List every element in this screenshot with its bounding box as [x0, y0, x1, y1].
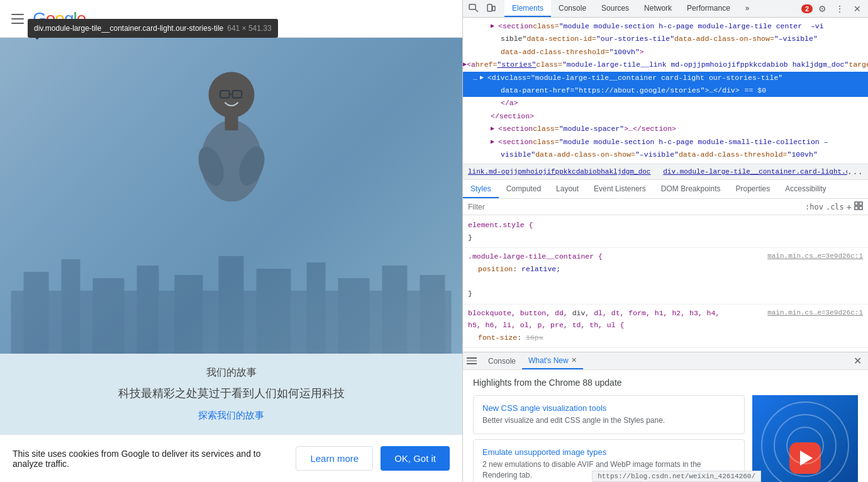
story-title: 我们的故事	[0, 366, 462, 379]
thumb-circle-3	[786, 427, 824, 464]
tab-performance[interactable]: Performance	[679, 0, 738, 17]
css-selector-module: .module-large-tile__container {	[468, 252, 603, 261]
svg-rect-7	[225, 115, 238, 130]
tooltip-size: 641 × 541.33	[227, 24, 271, 33]
dom-line-close-a[interactable]: </a>	[463, 97, 868, 109]
tab-accessibility[interactable]: Accessibility	[777, 180, 833, 198]
tab-styles[interactable]: Styles	[463, 180, 499, 198]
dom-line-small-tile-cont[interactable]: visible" data-add-class-on-show="–visibl…	[463, 149, 868, 161]
svg-rect-22	[487, 4, 492, 11]
tab-properties[interactable]: Properties	[728, 180, 778, 198]
css-source-1[interactable]: main.min.cs…e=3e9d26c:1	[767, 250, 863, 262]
tab-sources[interactable]: Sources	[594, 0, 637, 17]
story-text-section: 我们的故事 科技最精彩之处莫过于看到人们如何运用科技 探索我们的故事	[0, 354, 462, 434]
dom-expand-triangle[interactable]: ▶	[491, 21, 498, 31]
dom-tree: ▶ <section class="module module-section …	[463, 18, 868, 164]
dom-line-section[interactable]: ▶ <section class="module module-section …	[463, 20, 868, 33]
svg-rect-19	[420, 275, 445, 354]
story-subtitle: 科技最精彩之处莫过于看到人们如何运用科技	[0, 386, 462, 401]
svg-rect-12	[137, 266, 159, 354]
svg-rect-10	[62, 259, 81, 354]
feature-desc-css-angle: Better visualize and edit CSS angle in t…	[482, 415, 735, 426]
css-rules-panel: element.style { } main.min.cs…e=3e9d26c:…	[463, 215, 868, 352]
svg-rect-14	[219, 256, 244, 354]
css-source-2[interactable]: main.min.cs…e=3e9d26c:1	[767, 307, 863, 319]
settings-icon[interactable]: ⚙	[814, 1, 830, 16]
filter-cls-button[interactable]: .cls	[826, 203, 844, 211]
cookie-buttons: Learn more OK, Got it	[296, 446, 450, 471]
css-rule-element-style: element.style { }	[463, 218, 868, 248]
cookie-text: This site uses cookies from Google to de…	[13, 449, 283, 469]
devtools-panel: Elements Console Sources Network Perform…	[462, 0, 868, 482]
svg-rect-20	[469, 4, 476, 9]
device-toolbar-icon[interactable]	[483, 1, 499, 16]
tab-dom-breakpoints[interactable]: DOM Breakpoints	[654, 180, 728, 198]
dom-line-anchor[interactable]: ▶ <a href="stories" class="module-large-…	[463, 59, 868, 71]
svg-rect-27	[859, 206, 862, 210]
breadcrumb-path: link.md-opjjpmhoiojifppkkcdabiobhakljdgm…	[468, 168, 847, 176]
google-page: Google div.module-large-tile__container.…	[0, 0, 462, 482]
tab-network[interactable]: Network	[637, 0, 679, 17]
svg-rect-16	[307, 262, 326, 354]
css-selector-element: element.style {	[468, 221, 533, 229]
css-rule-close: }	[468, 233, 472, 242]
learn-more-button[interactable]: Learn more	[296, 446, 373, 471]
breadcrumb-more[interactable]: ...	[847, 167, 863, 177]
dom-line-div-selected-cont[interactable]: data-parent-href="https://about.google/s…	[463, 84, 868, 97]
bottom-panel-menu-icon[interactable]	[465, 355, 478, 367]
dom-line-spacer[interactable]: ▶ <section class="module-spacer">…</sect…	[463, 123, 868, 135]
dom-line-section-cont[interactable]: sible" data-section-id="our-stories-tile…	[463, 33, 868, 45]
whats-new-content: Highlights from the Chrome 88 update New…	[463, 370, 868, 482]
thumbnail-number: 8	[832, 478, 853, 482]
filter-input[interactable]	[468, 203, 805, 211]
css-selector-block: blockquote, button, dd, div, dl, dt, for…	[468, 309, 720, 317]
css-rule-module-tile: main.min.cs…e=3e9d26c:1 .module-large-ti…	[463, 249, 868, 304]
svg-line-21	[476, 9, 478, 12]
error-count: 2	[801, 4, 813, 13]
dom-line-small-tile[interactable]: ▶ <section class="module module-section …	[463, 136, 868, 149]
city-background	[0, 240, 462, 354]
dom-line-div-selected[interactable]: … ▶ <div class="module-large-tile__conta…	[463, 72, 868, 84]
hamburger-icon[interactable]	[10, 11, 25, 26]
svg-rect-25	[859, 202, 862, 205]
more-options-icon[interactable]: ⋮	[832, 1, 848, 16]
story-link[interactable]: 探索我们的故事	[198, 410, 264, 420]
tab-close-icon[interactable]: ✕	[571, 356, 577, 364]
tab-console[interactable]: Console	[551, 0, 594, 17]
devtools-toolbar: Elements Console Sources Network Perform…	[463, 0, 868, 18]
svg-rect-9	[24, 272, 49, 354]
close-bottom-panel-icon[interactable]: ✕	[850, 354, 865, 368]
svg-rect-24	[855, 202, 858, 205]
filter-add-rule[interactable]: +	[847, 202, 852, 212]
dom-line-section-end[interactable]: data-add-class-threshold="100vh">	[463, 46, 868, 59]
dom-breadcrumb: link.md-opjjpmhoiojifppkkcdabiobhakljdgm…	[463, 164, 868, 180]
tab-layout[interactable]: Layout	[548, 180, 586, 198]
video-thumbnail[interactable]: 8	[752, 395, 858, 482]
feature-card-css-angle[interactable]: New CSS angle visualization tools Better…	[473, 395, 745, 434]
tab-whats-new[interactable]: What's New ✕	[522, 352, 583, 369]
close-devtools-icon[interactable]: ✕	[849, 1, 865, 16]
svg-rect-26	[855, 206, 858, 210]
styles-panel-tabs: Styles Computed Layout Event Listeners D…	[463, 180, 868, 199]
filter-hov-button[interactable]: :hov	[805, 203, 823, 211]
filter-layout-button[interactable]	[854, 201, 863, 212]
feature-title-css-angle: New CSS angle visualization tools	[482, 403, 735, 413]
dom-dots: …	[473, 72, 477, 84]
tab-event-listeners[interactable]: Event Listeners	[586, 180, 654, 198]
devtools-right-icons: 2 ⚙ ⋮ ✕	[801, 1, 865, 16]
css-selector-block-cont: h5, h6, li, ol, p, pre, td, th, ul {	[468, 321, 624, 329]
ok-got-it-button[interactable]: OK, Got it	[381, 446, 450, 471]
features-list: New CSS angle visualization tools Better…	[473, 395, 745, 482]
tab-more[interactable]: »	[738, 0, 757, 17]
css-brace-close: }	[468, 289, 472, 298]
tab-elements[interactable]: Elements	[504, 0, 551, 17]
inspect-element-icon[interactable]	[465, 1, 482, 16]
tab-computed[interactable]: Computed	[499, 180, 548, 198]
dom-line-close-section[interactable]: </section>	[463, 110, 868, 123]
svg-rect-17	[338, 278, 370, 354]
styles-filter-bar: :hov .cls +	[463, 199, 868, 215]
devtools-tabs: Elements Console Sources Network Perform…	[504, 0, 801, 17]
tab-console-bottom[interactable]: Console	[482, 352, 522, 369]
feature-title-image-types: Emulate unsupported image types	[482, 447, 735, 457]
css-line-position: position: relative;	[468, 263, 863, 276]
